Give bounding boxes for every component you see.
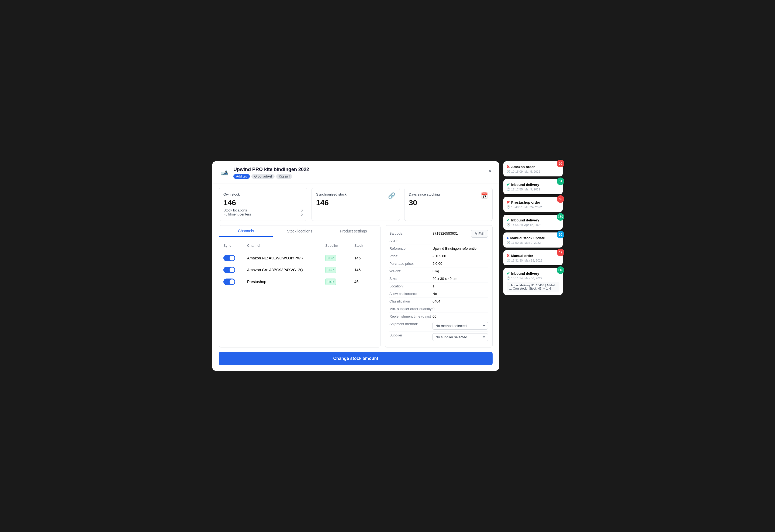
activity-title-inbound-1: ✔ Inbound delivery [507,182,560,187]
location-value: 1 [433,284,488,288]
own-stock-card: Own stock 146 Stock locations 0 Fulfilme… [219,188,307,221]
activity-sidebar: 50 ✖ Amazon order 🕐 10:15:09, Mar 5, 202… [503,161,563,371]
detail-shipment-method: Shipment method: No method selected [390,320,488,332]
edit-button[interactable]: ✎ Edit [471,230,488,238]
stock-prestashop: 46 [354,280,376,284]
activity-time-prestashop: 🕐 15:49:51, Mar 24, 2022 [507,205,560,209]
activity-title-manual-stock: ● Manual stock update [507,236,560,240]
detail-barcode: Barcode: 8719326583631 [390,230,471,237]
header-supplier: Supplier [325,244,352,248]
reference-label: Reference: [390,246,433,251]
tab-channels[interactable]: Channels [219,225,273,237]
fulfilment-value: 0 [301,212,302,216]
toggle-prestashop[interactable] [223,279,235,285]
days-stocking-label: Days since stocking [409,192,488,196]
stock-amazon-nl: 146 [354,256,376,260]
supplier-badge-2: FBR [325,267,336,273]
calendar-icon: 📅 [481,192,488,199]
shipment-method-select-wrapper: No method selected [433,322,488,330]
tag-groot: Groot artikel [251,174,274,179]
barcode-label: Barcode: [390,231,433,235]
stock-cards-container: Own stock 146 Stock locations 0 Fulfilme… [212,183,499,225]
tab-product-settings[interactable]: Product settings [326,225,380,237]
badge-amazon-order: 50 [557,160,564,167]
days-stocking-card: Days since stocking 30 📅 [404,188,493,221]
barcode-value: 8719326583631 [433,231,471,235]
table-row: Amazon CA: A3BO93P4YVG12Q FBR 146 [223,264,376,276]
header-channel: Channel [247,244,323,248]
detail-price: Price: € 135.00 [390,252,488,260]
clock-icon: 🕐 [507,223,510,227]
activity-title-prestashop: ✖ Prestashop order [507,200,560,204]
toggle-amazon-nl[interactable] [223,255,235,261]
weight-value: 3 kg [433,269,488,273]
left-panel: Channels Stock locations Product setting… [219,225,380,347]
supplier-select-wrapper: No supplier selected [433,333,488,341]
header-stock: Stock [354,244,376,248]
size-label: Size: [390,277,433,281]
tag-add[interactable]: Add tag [233,174,250,179]
activity-time-manual-order: 🕐 13:31:30, May 18, 2022 [507,259,560,262]
stock-locations-label: Stock locations [223,208,247,212]
detail-size: Size: 20 x 30 x 40 cm [390,275,488,283]
channel-table: Sync Channel Supplier Stock Amazon NL: A… [219,237,380,292]
shipment-method-select[interactable]: No method selected [433,322,488,330]
list-item: 50 ✖ Prestashop order 🕐 15:49:51, Mar 24… [503,197,563,212]
supplier-badge-1: FBR [325,255,336,261]
main-content: Channels Stock locations Product setting… [212,225,499,352]
sku-value [433,239,471,243]
supplier-select[interactable]: No supplier selected [433,333,488,341]
badge-inbound-3: 146 [557,266,564,274]
badge-inbound-2: 150 [557,213,564,221]
channel-amazon-nl: Amazon NL: A3EWOWO3IYPWR [247,256,323,260]
badge-manual-stock: 50 [557,231,564,238]
stock-locations-value: 0 [301,208,302,212]
weight-label: Weight: [390,269,433,273]
list-item: 50 ● Manual stock update 🕐 11:50:18, May… [503,232,563,248]
own-stock-label: Own stock [223,192,302,196]
backorders-value: No [433,292,488,296]
channel-amazon-ca: Amazon CA: A3BO93P4YVG12Q [247,268,323,272]
detail-backorders: Allow backorders: No [390,290,488,298]
min-order-value: 0 [433,307,488,311]
list-item: 51 ✔ Inbound delivery 🕐 17:12:55, Mar 9,… [503,179,563,194]
supplier-label: Supplier [390,333,433,341]
close-button[interactable]: × [487,167,493,175]
modal-title-area: 🎿 Upwind PRO kite bindingen 2022 Add tag… [219,167,309,179]
toggle-amazon-ca[interactable] [223,267,235,273]
replenishment-value: 60 [433,314,488,318]
classification-label: Classification [390,299,433,303]
sync-stock-label: Synchronized stock [316,192,395,196]
supplier-badge-3: FBR [325,279,336,285]
screen-wrapper: 🎿 Upwind PRO kite bindingen 2022 Add tag… [212,161,563,371]
change-stock-button[interactable]: Change stock amount [219,352,493,365]
detail-supplier: Supplier No supplier selected [390,332,488,343]
activity-time-inbound-3: 🕐 15:11:14, May 30, 2022 [507,276,560,280]
list-item: 150 ✔ Inbound delivery 🕐 14:54:29, Apr 1… [503,215,563,230]
sku-label: SKU: [390,239,433,243]
stock-locations-row: Stock locations 0 [223,208,302,212]
tab-stock-locations[interactable]: Stock locations [273,225,326,237]
shipment-method-label: Shipment method: [390,322,433,330]
classification-value: 6404 [433,299,488,303]
clock-icon: 🕐 [507,170,510,173]
backorders-label: Allow backorders: [390,292,433,296]
detail-sku: SKU: [390,237,471,245]
main-modal: 🎿 Upwind PRO kite bindingen 2022 Add tag… [212,161,499,371]
detail-classification: Classification 6404 [390,298,488,305]
min-order-label: Min. supplier order quantity [390,307,433,311]
clock-icon: 🕐 [507,187,510,191]
detail-reference: Reference: Upwind Bindingen referentie [390,245,488,252]
own-stock-value: 146 [223,199,302,207]
replenishment-label: Replenishment time (days) [390,314,433,318]
activity-time-inbound-2: 🕐 14:54:29, Apr 12, 2022 [507,223,560,227]
stock-amazon-ca: 146 [354,268,376,272]
location-label: Location: [390,284,433,288]
product-icon: 🎿 [219,167,230,178]
list-item: 50 ✖ Amazon order 🕐 10:15:09, Mar 5, 202… [503,161,563,176]
error-icon: ✖ [507,200,510,204]
activity-title-inbound-3: ✔ Inbound delivery [507,271,560,276]
detail-location: Location: 1 [390,283,488,290]
fulfilment-label: Fulfilment centers [223,212,251,216]
days-stocking-value: 30 [409,199,488,207]
